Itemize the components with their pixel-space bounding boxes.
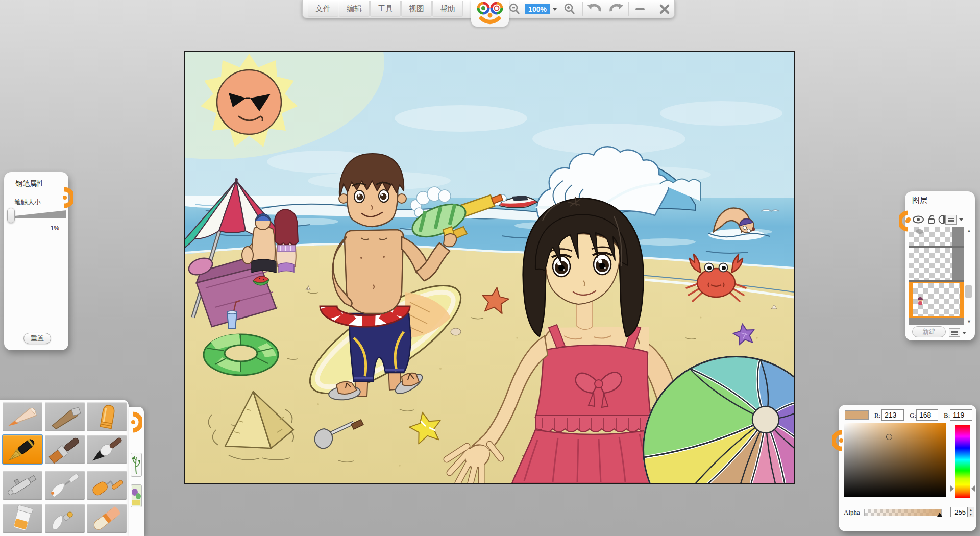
tool-leaf-knife[interactable]	[45, 504, 85, 533]
hue-marker-right	[971, 485, 975, 492]
g-input[interactable]	[916, 409, 938, 421]
beach-illustration	[185, 52, 794, 483]
menu-view[interactable]: 视图	[401, 1, 432, 17]
close-button[interactable]	[656, 2, 673, 16]
texture-plant-button[interactable]	[131, 453, 142, 477]
new-layer-button[interactable]: 新建	[912, 326, 946, 337]
layer-row-2[interactable]	[909, 248, 964, 282]
b-input[interactable]	[950, 409, 972, 421]
r-label: R:	[874, 411, 880, 420]
drawing-canvas[interactable]	[184, 51, 795, 484]
layers-bottom-caret[interactable]	[962, 332, 966, 334]
brush-palette-panel	[0, 400, 129, 536]
alpha-input[interactable]	[950, 507, 968, 517]
green-swim-ring	[204, 334, 278, 375]
menu-tools[interactable]: 工具	[370, 1, 401, 17]
layers-bottom-menu-button[interactable]	[949, 328, 960, 337]
tool-eraser[interactable]	[87, 504, 127, 533]
texture-picture-button[interactable]	[131, 484, 142, 507]
tool-palette-knife[interactable]	[45, 471, 85, 500]
tool-pastel[interactable]	[45, 402, 85, 431]
alpha-marker	[937, 513, 942, 517]
brush-size-slider-track[interactable]	[4, 172, 68, 233]
tool-paint-roller[interactable]	[87, 471, 127, 500]
alpha-slider[interactable]	[864, 509, 942, 516]
tool-flat-brush[interactable]	[45, 435, 85, 464]
tool-fountain-pen-selected[interactable]	[3, 435, 42, 464]
tool-crayon[interactable]	[87, 402, 127, 431]
layer-row-3-selected[interactable]	[909, 282, 964, 318]
minimize-button[interactable]	[631, 2, 649, 16]
tool-ink-brush[interactable]	[87, 435, 127, 464]
layer-list	[909, 227, 964, 325]
layer-row-1[interactable]	[909, 227, 964, 248]
color-picker-panel: R: G: B: Alpha ▲▼	[839, 405, 976, 531]
layers-panel-grip[interactable]	[899, 210, 910, 232]
brush-palette-side-strip	[129, 407, 144, 536]
layers-panel-title: 图层	[912, 196, 927, 205]
clown-face-icon	[471, 0, 509, 27]
layers-menu-button[interactable]	[945, 215, 957, 225]
color-panel-grip[interactable]	[832, 429, 844, 452]
alpha-spinner[interactable]: ▲▼	[968, 507, 974, 517]
visibility-eye-icon[interactable]	[912, 214, 924, 225]
saturation-value-picker[interactable]	[844, 423, 946, 497]
r-input[interactable]	[881, 409, 904, 421]
pen-properties-panel: 钢笔属性 笔触大小 1% 重置	[4, 172, 68, 350]
main-toolbar: 文件 编辑 工具 视图 帮助	[302, 0, 675, 18]
tool-glue-jar[interactable]	[3, 504, 42, 533]
brush-size-slider-handle[interactable]	[7, 208, 15, 223]
hue-slider[interactable]	[955, 425, 970, 498]
menu-edit[interactable]: 编辑	[339, 1, 370, 17]
brush-panel-grip[interactable]	[130, 411, 142, 433]
zoom-out-button[interactable]	[506, 2, 523, 16]
alpha-label: Alpha	[844, 508, 860, 517]
current-color-swatch	[845, 410, 869, 420]
layers-menu-caret[interactable]	[959, 218, 963, 221]
app-logo[interactable]	[471, 0, 509, 27]
sv-marker	[886, 434, 892, 440]
hue-marker-left	[950, 485, 954, 492]
application-window: 文件 编辑 工具 视图 帮助	[0, 0, 980, 536]
b-label: B:	[944, 411, 950, 420]
brush-size-value: 1%	[51, 225, 59, 232]
tool-airbrush[interactable]	[3, 471, 42, 500]
zoom-dropdown-caret[interactable]	[553, 8, 557, 11]
undo-button[interactable]	[585, 2, 603, 16]
g-label: G:	[910, 411, 916, 420]
menu-file[interactable]: 文件	[308, 1, 338, 17]
tool-pencil[interactable]	[3, 402, 42, 431]
zoom-in-button[interactable]	[561, 2, 578, 16]
lock-icon[interactable]	[926, 214, 937, 225]
redo-button[interactable]	[608, 2, 625, 16]
zoom-level-field[interactable]: 100%	[525, 4, 550, 14]
menu-help[interactable]: 帮助	[432, 1, 463, 17]
reset-button[interactable]: 重置	[23, 333, 51, 344]
layers-panel: 图层 ▲ ▼ 新建	[905, 191, 975, 340]
pen-panel-grip[interactable]	[62, 186, 74, 209]
layer-list-scrollbar[interactable]: ▲ ▼	[965, 227, 972, 325]
